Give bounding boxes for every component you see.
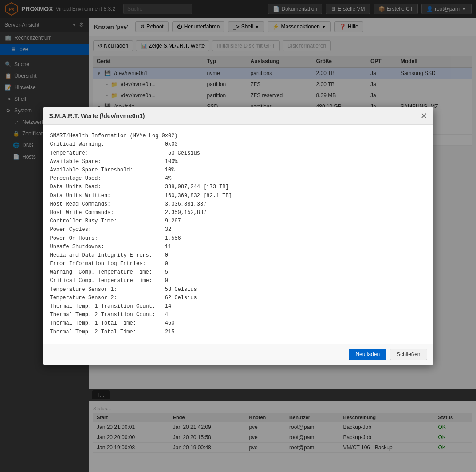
modal-reload-label: Neu laden	[355, 351, 380, 357]
modal-content-text: SMART/Health Information (NVMe Log 0x02)…	[50, 132, 426, 337]
modal-overlay: S.M.A.R.T. Werte (/dev/nvme0n1) ✕ SMART/…	[0, 0, 476, 472]
modal-title: S.M.A.R.T. Werte (/dev/nvme0n1)	[49, 112, 145, 119]
modal-header: S.M.A.R.T. Werte (/dev/nvme0n1) ✕	[43, 107, 433, 125]
modal-body: SMART/Health Information (NVMe Log 0x02)…	[43, 125, 433, 344]
modal-close-button[interactable]: ✕	[421, 112, 427, 120]
modal-footer: Neu laden Schließen	[43, 344, 433, 365]
modal-close-btn[interactable]: Schließen	[390, 349, 427, 360]
smart-modal: S.M.A.R.T. Werte (/dev/nvme0n1) ✕ SMART/…	[43, 107, 433, 365]
modal-reload-button[interactable]: Neu laden	[349, 349, 386, 360]
modal-close-label: Schließen	[397, 351, 420, 357]
